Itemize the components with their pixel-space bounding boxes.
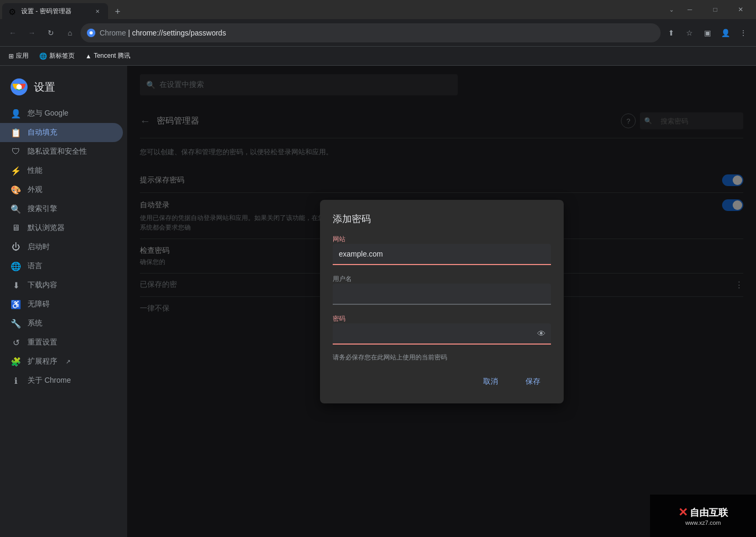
sidebar-label-language: 语言 [28,261,42,271]
chrome-brand-icon [87,29,95,37]
settings-title: 设置 [34,80,55,94]
system-icon: 🔧 [11,318,21,329]
dialog-note: 请务必保存您在此网站上使用的当前密码 [333,353,551,362]
browser-icon: 🖥 [11,223,21,233]
sidebar-item-downloads[interactable]: ⬇ 下载内容 [0,276,123,295]
maximize-button[interactable]: □ [703,0,727,19]
reload-button[interactable]: ↻ [42,24,59,41]
new-tab-button[interactable]: + [110,4,125,19]
window-chevron-icon: ⌄ [666,4,677,15]
website-field-label: 网站 [333,235,345,243]
reset-icon: ↺ [11,337,21,348]
extensions-icon: 🧩 [11,356,21,367]
nav-bar: ← → ↻ ⌂ Chrome | chrome://settings/passw… [0,19,756,47]
address-bar[interactable]: Chrome | chrome://settings/passwords [81,23,661,42]
save-button[interactable]: 保存 [515,373,551,391]
new-tab-label: 新标签页 [49,51,75,60]
username-input[interactable] [333,284,551,305]
sidebar-item-system[interactable]: 🔧 系统 [0,314,123,333]
accessibility-icon: ♿ [11,299,21,310]
sidebar-label-google: 您与 Google [28,109,68,118]
svg-point-1 [90,31,93,34]
window-frame: ⚙ 设置 - 密码管理器 ✕ + ⌄ ─ □ ✕ ← → ↻ ⌂ [0,0,756,537]
tencent-icon: ▲ [85,52,92,60]
sidebar-item-browser[interactable]: 🖥 默认浏览器 [0,218,123,237]
split-screen-button[interactable]: ▣ [699,24,716,41]
sidebar-label-about: 关于 Chrome [28,376,71,385]
sidebar-label-autofill: 自动填充 [28,128,57,137]
sidebar-item-language[interactable]: 🌐 语言 [0,257,123,276]
back-button[interactable]: ← [4,24,21,41]
tabs-area: ⚙ 设置 - 密码管理器 ✕ + [0,0,666,19]
language-icon: 🌐 [11,261,21,271]
sidebar-label-reset: 重置设置 [28,338,57,347]
sidebar-item-google[interactable]: 👤 您与 Google [0,104,123,123]
new-tab-bookmark-icon: 🌐 [39,52,47,60]
sidebar-label-privacy: 隐私设置和安全性 [28,147,87,156]
address-text: Chrome | chrome://settings/passwords [100,29,654,37]
sidebar-item-autofill[interactable]: 📋 自动填充 [0,123,123,142]
watermark-x-icon: ✕ [678,506,688,520]
google-icon: 👤 [11,108,21,119]
sidebar-item-startup[interactable]: ⏻ 启动时 [0,237,123,257]
add-password-dialog: 添加密码 网站 用户名 密码 👁 请务必保存您在此网站上使用的当前密码 取消 保… [320,200,564,403]
home-button[interactable]: ⌂ [61,24,78,41]
menu-button[interactable]: ⋮ [735,24,752,41]
watermark-brand-text: 自由互联 [690,506,728,519]
bookmarks-new-tab[interactable]: 🌐 新标签页 [35,49,79,63]
sidebar-label-startup: 启动时 [28,242,50,252]
forward-button[interactable]: → [23,24,40,41]
tencent-label: Tencent 腾讯 [94,51,130,60]
settings-header: 设置 [0,74,127,104]
chrome-logo-icon [11,78,28,95]
downloads-icon: ⬇ [11,280,21,290]
title-bar: ⚙ 设置 - 密码管理器 ✕ + ⌄ ─ □ ✕ [0,0,756,19]
sidebar-label-performance: 性能 [28,166,42,175]
close-button[interactable]: ✕ [728,0,753,19]
tab-title: 设置 - 密码管理器 [21,7,89,16]
bookmarks-apps[interactable]: ⊞ 应用 [4,49,33,63]
sidebar-item-appearance[interactable]: 🎨 外观 [0,180,123,199]
password-input[interactable] [333,323,551,345]
profile-button[interactable]: 👤 [717,24,734,41]
show-password-icon[interactable]: 👁 [537,329,546,339]
tab-close-button[interactable]: ✕ [93,7,102,15]
sidebar-item-privacy[interactable]: 🛡 隐私设置和安全性 [0,142,123,161]
nav-right-buttons: ⬆ ☆ ▣ 👤 ⋮ [663,24,752,41]
extensions-external-icon: ↗ [66,358,70,365]
sidebar-item-accessibility[interactable]: ♿ 无障碍 [0,295,123,314]
about-icon: ℹ [11,375,21,386]
modal-overlay: 添加密码 网站 用户名 密码 👁 请务必保存您在此网站上使用的当前密码 取消 保… [127,66,756,537]
sidebar-item-search[interactable]: 🔍 搜索引擎 [0,199,123,218]
watermark-brand-row: ✕ 自由互联 [678,506,728,520]
password-input-wrapper: 👁 [333,323,551,345]
privacy-icon: 🛡 [11,146,21,157]
svg-point-4 [16,84,22,90]
window-controls: ⌄ ─ □ ✕ [666,0,756,19]
sidebar-label-browser: 默认浏览器 [28,223,65,233]
sidebar-label-downloads: 下载内容 [28,280,57,290]
appearance-icon: 🎨 [11,184,21,195]
sidebar-item-about[interactable]: ℹ 关于 Chrome [0,371,123,390]
sidebar-label-extensions: 扩展程序 [28,357,57,366]
sidebar-item-reset[interactable]: ↺ 重置设置 [0,333,123,352]
watermark: ✕ 自由互联 www.xz7.com [650,495,756,537]
address-brand: Chrome [100,29,126,37]
performance-icon: ⚡ [11,165,21,176]
bookmark-button[interactable]: ☆ [681,24,698,41]
sidebar-label-search: 搜索引擎 [28,204,57,214]
sidebar-item-extensions[interactable]: 🧩 扩展程序 ↗ [0,352,123,371]
main-content: 设置 👤 您与 Google 📋 自动填充 🛡 隐私设置和安全性 ⚡ 性能 🎨 … [0,66,756,537]
minimize-button[interactable]: ─ [678,0,702,19]
website-input[interactable] [333,244,551,265]
bookmarks-tencent[interactable]: ▲ Tencent 腾讯 [81,49,135,63]
sidebar: 设置 👤 您与 Google 📋 自动填充 🛡 隐私设置和安全性 ⚡ 性能 🎨 … [0,66,127,537]
sidebar-item-performance[interactable]: ⚡ 性能 [0,161,123,180]
startup-icon: ⏻ [11,242,21,252]
tab-favicon: ⚙ [8,7,17,15]
cancel-button[interactable]: 取消 [473,373,509,391]
active-tab[interactable]: ⚙ 设置 - 密码管理器 ✕ [2,3,108,19]
content-pane: 🔍 在设置中搜索 ← 密码管理器 ? 🔍 [127,66,756,537]
share-button[interactable]: ⬆ [663,24,680,41]
dialog-title: 添加密码 [333,213,551,225]
